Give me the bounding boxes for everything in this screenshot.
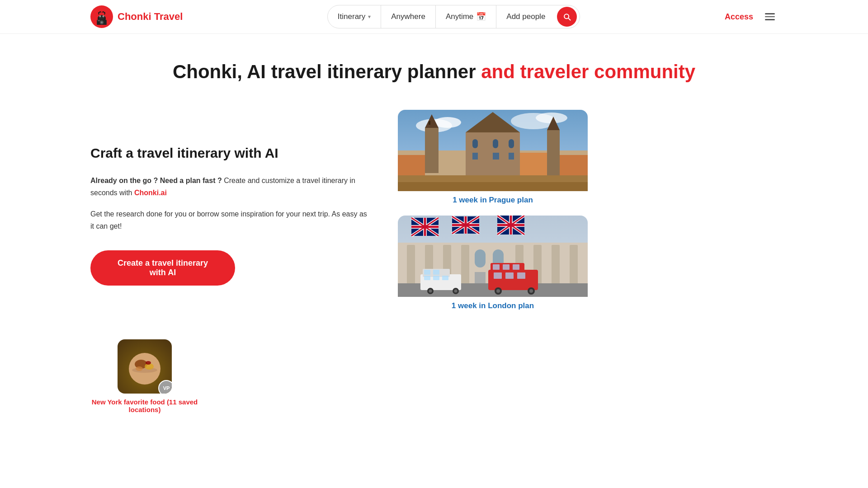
svg-rect-35 — [398, 182, 588, 191]
anywhere-label: Anywhere — [391, 12, 425, 21]
svg-rect-82 — [513, 264, 519, 270]
header: Chonki Travel Itinerary ▾ Anywhere Anyti… — [0, 0, 868, 34]
chevron-down-icon: ▾ — [368, 14, 371, 20]
svg-rect-26 — [520, 153, 547, 178]
svg-point-89 — [529, 289, 533, 293]
svg-rect-29 — [493, 139, 498, 148]
menu-line-2 — [765, 16, 775, 18]
add-people-selector[interactable]: Add people — [496, 5, 555, 28]
svg-rect-20 — [429, 121, 430, 125]
access-button[interactable]: Access — [725, 12, 753, 22]
svg-rect-80 — [493, 264, 500, 270]
london-card-label: 1 week in London plan — [398, 297, 588, 312]
menu-line-1 — [765, 13, 775, 14]
food-card-title: New York favorite food (11 saved locatio… — [90, 398, 199, 413]
svg-rect-73 — [475, 249, 486, 267]
svg-point-6 — [103, 16, 104, 17]
left-panel: Craft a travel itinerary with AI Already… — [90, 110, 371, 312]
bottom-section: VP New York favorite food (11 saved loca… — [0, 330, 868, 441]
right-nav: Access — [725, 10, 778, 23]
anytime-label: Anytime — [446, 12, 473, 21]
itinerary-label: Itinerary — [338, 12, 365, 21]
paragraph-2: Get the research done for you or borrow … — [90, 208, 371, 232]
svg-rect-96 — [442, 276, 448, 280]
search-bar: Itinerary ▾ Anywhere Anytime 📅 Add peopl… — [327, 5, 580, 28]
svg-point-100 — [454, 290, 458, 293]
calendar-icon: 📅 — [476, 12, 486, 22]
add-people-label: Add people — [506, 12, 545, 21]
logo-icon — [90, 5, 113, 28]
main-content: Craft a travel itinerary with AI Already… — [0, 101, 868, 330]
svg-point-87 — [496, 289, 500, 293]
prague-card[interactable]: 1 week in Prague plan — [398, 110, 588, 206]
paragraph-1: Already on the go ? Need a plan fast ? C… — [90, 174, 371, 199]
london-card[interactable]: 1 week in London plan — [398, 216, 588, 312]
svg-point-10 — [101, 22, 103, 23]
svg-point-98 — [429, 290, 432, 293]
hero-section: Chonki, AI travel itinerary planner and … — [0, 34, 868, 101]
food-card[interactable]: VP New York favorite food (11 saved loca… — [90, 339, 199, 413]
search-button[interactable] — [557, 7, 577, 27]
prague-image-wrapper — [398, 110, 588, 191]
london-image — [398, 216, 588, 297]
food-card-image-wrapper: VP — [118, 339, 172, 394]
hero-title-black: Chonki, AI travel itinerary planner — [173, 61, 476, 82]
menu-line-3 — [765, 19, 775, 20]
itinerary-dropdown[interactable]: Itinerary ▾ — [328, 5, 381, 28]
create-itinerary-button[interactable]: Create a travel itinerary with AI — [90, 250, 235, 286]
svg-rect-27 — [560, 155, 588, 178]
vp-badge: VP — [158, 380, 172, 394]
svg-rect-94 — [424, 276, 430, 280]
svg-rect-31 — [472, 153, 478, 160]
svg-rect-11 — [98, 20, 100, 21]
paragraph-1-bold: Already on the go ? Need a plan fast ? — [90, 177, 222, 184]
svg-point-105 — [136, 366, 143, 371]
prague-image — [398, 110, 588, 191]
right-panel: 1 week in Prague plan — [398, 110, 588, 312]
hamburger-menu-button[interactable] — [762, 10, 778, 23]
svg-point-14 — [434, 117, 461, 128]
svg-rect-81 — [503, 264, 509, 270]
svg-point-5 — [100, 16, 101, 17]
chonki-link[interactable]: Chonki.ai — [134, 189, 167, 197]
anywhere-selector[interactable]: Anywhere — [381, 5, 436, 28]
svg-rect-28 — [472, 139, 478, 148]
svg-rect-93 — [433, 270, 439, 275]
svg-rect-95 — [433, 276, 439, 280]
hero-title-red: and traveler community — [481, 61, 695, 82]
svg-rect-23 — [547, 130, 560, 175]
svg-rect-30 — [509, 139, 514, 148]
logo-text: Chonki Travel — [118, 11, 183, 23]
logo[interactable]: Chonki Travel — [90, 5, 183, 28]
svg-rect-33 — [509, 153, 514, 160]
prague-card-label: 1 week in Prague plan — [398, 191, 588, 206]
search-icon — [562, 12, 571, 21]
svg-rect-92 — [424, 270, 430, 275]
svg-rect-18 — [425, 128, 439, 173]
craft-title: Craft a travel itinerary with AI — [90, 145, 371, 161]
svg-rect-84 — [505, 272, 514, 279]
svg-rect-83 — [494, 272, 502, 279]
anytime-selector[interactable]: Anytime 📅 — [436, 5, 496, 28]
svg-point-106 — [146, 361, 151, 365]
svg-rect-85 — [517, 272, 525, 279]
svg-rect-25 — [398, 155, 425, 178]
svg-rect-32 — [493, 153, 499, 160]
hero-title: Chonki, AI travel itinerary planner and … — [90, 61, 778, 83]
london-image-wrapper — [398, 216, 588, 297]
